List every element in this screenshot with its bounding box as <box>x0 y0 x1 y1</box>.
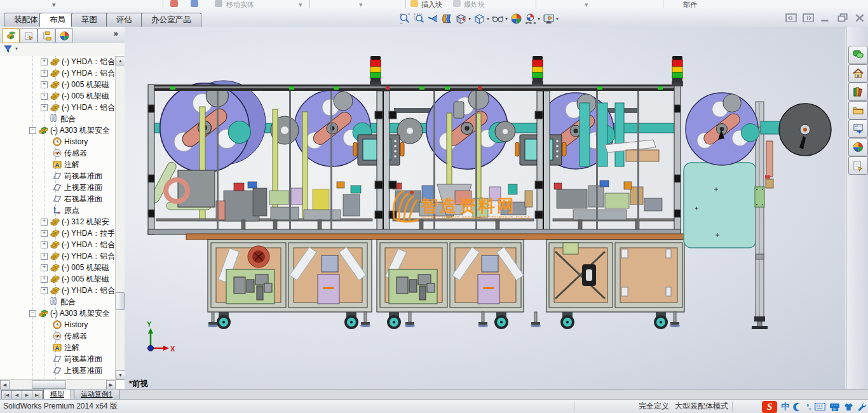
dropdown-caret-icon[interactable]: ▾ <box>505 16 508 22</box>
dropdown-caret-icon[interactable]: ▾ <box>468 16 471 22</box>
graphics-area[interactable]: 智造资料网 INTELLIGENT MANUFACTURING DATA Y X… <box>125 27 845 389</box>
dropdown-caret-icon[interactable]: ▾ <box>538 16 540 22</box>
tree-item[interactable]: A注解 <box>0 159 114 170</box>
scroll-down-arrow[interactable]: ▼ <box>116 370 125 380</box>
tree-item[interactable]: A注解 <box>0 342 114 353</box>
displaymanager-tab[interactable] <box>55 28 73 43</box>
tree-item[interactable]: 配合 <box>0 296 114 308</box>
close-icon[interactable] <box>854 13 865 22</box>
design-library-icon[interactable] <box>848 83 868 101</box>
filter-funnel-icon[interactable] <box>3 44 13 57</box>
tree-expander[interactable]: + <box>41 241 48 248</box>
tab-scroll-last[interactable]: ▶| <box>32 390 43 400</box>
tree-expander[interactable]: + <box>41 58 48 65</box>
chinese-mode-icon[interactable]: 中 <box>781 401 789 412</box>
tree-item[interactable]: 上视基准面 <box>0 365 114 376</box>
view-settings-icon[interactable] <box>543 13 555 25</box>
dropdown-caret-icon[interactable]: ▾ <box>487 16 489 22</box>
tree-item[interactable]: +(-) YHDA：铝合 <box>0 67 114 79</box>
custom-properties-icon[interactable] <box>848 156 868 175</box>
display-style-icon[interactable] <box>473 13 485 25</box>
soft-keyboard-icon[interactable] <box>815 403 825 410</box>
tree-item[interactable]: 右视基准面 <box>0 193 114 205</box>
tree-expander[interactable]: + <box>41 230 48 237</box>
tree-item[interactable]: +(-) YHDA：铝合 <box>0 250 114 262</box>
minimize-icon[interactable] <box>820 13 831 22</box>
zoom-area-icon[interactable] <box>413 13 425 25</box>
half-full-moon-icon[interactable] <box>793 402 803 412</box>
tree-item[interactable]: +(-) YHDA：铝合 <box>0 285 114 296</box>
scroll-thumb[interactable] <box>116 292 125 310</box>
scroll-right-arrow[interactable]: ▶ <box>106 380 116 389</box>
skin-shirt-icon[interactable] <box>844 403 853 411</box>
tab-scroll-prev[interactable]: ◀ <box>11 390 22 400</box>
tree-expander[interactable]: + <box>41 104 48 111</box>
tree-item[interactable]: 传感器 <box>0 147 114 159</box>
tree-expander[interactable]: + <box>41 219 48 226</box>
tree-expander[interactable]: + <box>41 70 48 77</box>
tree-expander[interactable]: + <box>41 264 48 271</box>
previous-view-icon[interactable] <box>427 13 439 25</box>
tab-evaluate[interactable]: 评估 <box>106 13 142 27</box>
tree-expander[interactable]: + <box>41 287 48 294</box>
resources-home-icon[interactable] <box>848 64 868 83</box>
panel-overflow-chevron[interactable]: » <box>114 29 118 38</box>
tree-item[interactable]: 前视基准面 <box>0 353 114 365</box>
scroll-left-arrow[interactable]: ◀ <box>0 380 10 389</box>
filter-caret-icon[interactable]: ▾ <box>15 46 18 51</box>
restore-icon[interactable] <box>837 13 848 22</box>
hide-show-items-icon[interactable] <box>492 13 504 25</box>
tree-expander[interactable]: + <box>41 81 48 88</box>
tab-scroll-first[interactable]: |◀ <box>1 390 12 400</box>
collapse-left-pane-icon[interactable] <box>785 13 797 22</box>
tree-expander[interactable]: + <box>41 93 48 100</box>
dropdown-caret-icon[interactable]: ▾ <box>556 16 559 22</box>
tree-item[interactable]: 传感器 <box>0 330 114 342</box>
tree-item[interactable]: +(-) 005 机架磁 <box>0 262 114 273</box>
tree-item[interactable]: +(-) YHDA：拉手 <box>0 227 114 239</box>
appearances-icon[interactable] <box>848 138 868 156</box>
keyboard-20-icon[interactable]: 20 <box>829 403 840 411</box>
tree-item[interactable]: −(-) A303 机架安全 <box>0 125 114 136</box>
tree-item[interactable]: +(-) 005 机架磁 <box>0 90 114 102</box>
tree-item[interactable]: +(-) 312 机架安 <box>0 216 114 227</box>
scroll-thumb[interactable] <box>32 380 66 389</box>
tree-item[interactable]: +(-) 005 机架磁 <box>0 79 114 90</box>
tree-item[interactable]: History <box>0 136 114 147</box>
tree-item[interactable]: 上视基准面 <box>0 182 114 193</box>
tab-model[interactable]: 模型 <box>43 389 71 400</box>
tab-office-products[interactable]: 办公室产品 <box>141 13 201 27</box>
tree-item[interactable]: +(-) YHDA：铝合 <box>0 56 114 67</box>
featuremanager-tree-tab[interactable] <box>2 28 20 43</box>
tab-scroll-next[interactable]: ▶ <box>22 390 32 400</box>
toolbox-wrench-icon[interactable] <box>857 402 866 411</box>
tree-item[interactable]: 前视基准面 <box>0 170 114 182</box>
tab-sketch[interactable]: 草图 <box>71 13 107 27</box>
tree-item[interactable]: +(-) 005 机架磁 <box>0 273 114 285</box>
view-orientation-icon[interactable] <box>455 13 467 25</box>
tree-item[interactable]: +(-) YHDA：铝合 <box>0 239 114 250</box>
tree-vertical-scrollbar[interactable]: ▲ ▼ <box>115 56 125 380</box>
section-view-icon[interactable] <box>441 13 453 25</box>
tree-item[interactable]: 配合 <box>0 113 114 125</box>
tab-layout[interactable]: 布局 <box>39 13 76 27</box>
tree-expander[interactable]: + <box>41 276 48 283</box>
sogou-logo-icon[interactable]: S <box>762 401 777 413</box>
tree-horizontal-scrollbar[interactable]: ◀ ▶ <box>0 379 116 389</box>
tree-item[interactable]: +(-) YHDA：铝合 <box>0 102 114 113</box>
tree-expander[interactable]: + <box>41 253 48 260</box>
tree-item[interactable]: 原点 <box>0 205 114 216</box>
edit-appearance-icon[interactable] <box>510 13 522 25</box>
tree-expander[interactable]: − <box>29 310 36 317</box>
view-palette-icon[interactable] <box>848 119 868 138</box>
file-explorer-icon[interactable] <box>848 101 868 119</box>
tab-motion-study[interactable]: 运动算例1 <box>74 389 119 400</box>
scroll-up-arrow[interactable]: ▲ <box>116 56 125 65</box>
configurationmanager-tab[interactable] <box>37 28 55 43</box>
apply-scene-icon[interactable] <box>524 13 536 25</box>
collapse-right-pane-icon[interactable] <box>803 13 814 22</box>
tree-expander[interactable]: − <box>29 127 36 134</box>
tree-item[interactable]: −(-) A303 机架安全 <box>0 308 114 319</box>
zoom-fit-icon[interactable] <box>399 13 411 25</box>
forum-icon[interactable] <box>848 46 868 64</box>
